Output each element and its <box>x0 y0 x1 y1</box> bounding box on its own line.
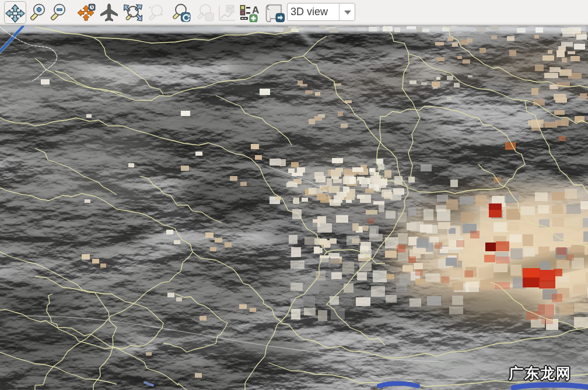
svg-text:A: A <box>252 5 259 16</box>
